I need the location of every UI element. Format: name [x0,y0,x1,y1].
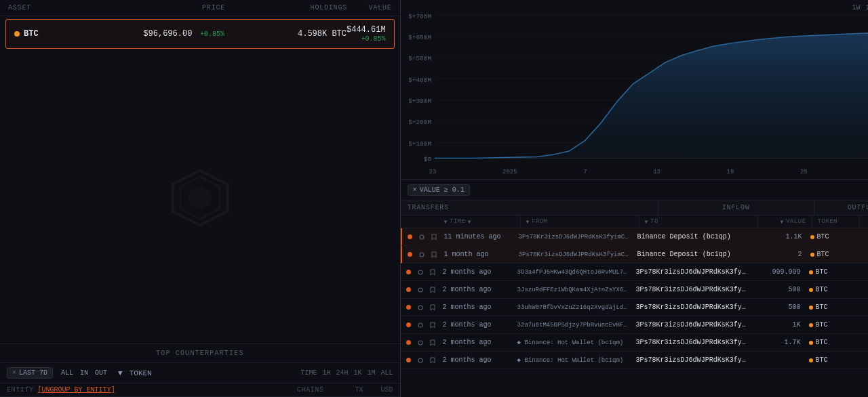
row-time: 2 months ago [439,321,513,329]
close-icon[interactable]: × [12,369,16,377]
filter-in[interactable]: IN [80,369,88,377]
last-7d-filter-chip[interactable]: × LAST 7D [7,367,53,379]
btc-price-col: $96,696.00 +0.85% [102,29,224,39]
chart-x-axis: 23 2025 7 13 19 25 Feb [409,167,868,175]
row-bookmark-col [427,304,439,311]
time-filter-1k[interactable]: 1K [354,369,362,377]
right-panel: 1W 1M 3M ALL $+700M $+600M $+500M $+400M… [401,0,868,397]
col-header-value: VALUE [347,4,392,12]
table-row[interactable]: 2 months ago 3D3a4fPJ5HKw43Qd6QHtoJ6RvMU… [401,264,868,281]
entity-label: ENTITY [7,386,34,394]
row-dot-col [401,287,414,292]
table-row[interactable]: 1 month ago 3Ps78Kr3izsDJ6dWJPRdKsK3fyim… [401,246,868,264]
btc-dot-icon [14,31,20,37]
status-dot-icon [406,287,411,292]
tsh-from[interactable]: ▼ FROM [520,215,639,228]
row-bookmark-col [427,269,439,276]
tx-label: TX [355,386,363,394]
bookmark-icon [431,234,437,241]
value-filter-chip[interactable]: × VALUE ≥ 0.1 [408,184,470,196]
table-row[interactable]: 2 months ago 32a7u8tM45GPSdjzy7PbRvuncEv… [401,316,868,334]
time-filter-time[interactable]: TIME [301,369,317,377]
filter-icon: ▼ [645,219,648,225]
token-label: BTC [817,233,829,241]
chart-time-controls: 1W 1M 3M ALL [852,4,868,12]
time-filter-1m[interactable]: 1M [368,369,376,377]
btc-holdings-col: 4.598K BTC [224,29,347,39]
sub-col-headers: ▼ TIME ▼ ▼ FROM ▼ TO ▼ VALUE TOKEN ▼ USD [401,215,868,228]
filter-icon: ▼ [781,219,784,225]
token-label: BTC [816,339,828,346]
row-token: BTC [806,251,854,258]
row-time: 11 minutes ago [440,233,515,241]
bottom-section: TOP COUNTERPARTIES × LAST 7D ALL IN OUT … [0,343,400,397]
filter-token-label: TOKEN [130,369,152,377]
tsh-time[interactable]: ▼ TIME ▼ [439,215,520,228]
row-time: 2 months ago [439,339,513,346]
row-to: 3Ps78Kr3izsDJ6dWJPRdKsK3fyimCY... [632,321,751,329]
col-header-holdings: HOLDINGS [225,4,347,12]
last-7d-label: LAST 7D [19,369,47,377]
row-usd: $198.72K [854,251,868,258]
close-value-filter-icon[interactable]: × [413,186,417,194]
filter-all[interactable]: ALL [61,369,73,377]
btc-value: $444.61M [347,25,386,35]
token-label: BTC [816,321,828,329]
time-filter-24h[interactable]: 24H [336,369,349,377]
row-value: 500 [751,304,805,311]
time-filter-1h[interactable]: 1H [323,369,331,377]
svg-text:$+700M: $+700M [409,14,431,20]
sort-icon: ▼ [468,219,471,225]
filter-row: × LAST 7D ALL IN OUT ▼ TOKEN TIME 1H 24H… [0,363,400,383]
row-dot-col [401,270,414,274]
svg-text:$+300M: $+300M [409,98,431,104]
row-from: 3Ps78Kr3izsDJ6dWJPRdKsK3fyimCY... [515,251,633,258]
tsh-value[interactable]: ▼ VALUE [757,215,812,228]
table-row[interactable]: 2 months ago 3JszuRdFFEz1WbQKam4XjAtnZsY… [401,281,868,299]
chain-icon [417,304,424,311]
row-chain-col [414,339,427,346]
bookmark-icon [430,304,435,311]
time-filter-all[interactable]: ALL [381,369,393,377]
tsh-usd[interactable]: ▼ USD [859,215,868,228]
tsh-dot [401,215,412,228]
row-chain-col [414,269,427,276]
row-dot-col [401,340,414,345]
chart-1w[interactable]: 1W [852,4,861,12]
row-to: 3Ps78Kr3izsDJ6dWJPRdKsK3fyimCY... [632,339,751,346]
row-chain-col [416,234,428,241]
x-label-2025: 2025 [502,169,517,175]
table-row[interactable]: 2 months ago ◆ Binance: Hot Wallet (bc1q… [401,334,868,352]
tsh-to[interactable]: ▼ TO [639,215,757,228]
brand-watermark-icon [170,167,231,228]
token-label: BTC [816,286,828,293]
bookmark-icon [431,251,437,258]
row-from: 3D3a4fPJ5HKw43Qd6QHtoJ6RvMUL7U... [513,269,632,276]
bookmark-icon [430,269,435,276]
chart-1m[interactable]: 1M [866,4,868,12]
svg-point-25 [418,341,422,345]
col-header-price: PRICE [103,4,225,12]
row-usd: $94.43M [852,356,868,364]
filter-icon: ▼ [526,219,530,225]
ungroup-by-entity-link[interactable]: [UNGROUP BY ENTITY] [38,386,115,394]
svg-point-24 [418,323,422,327]
bookmark-icon [430,287,435,293]
table-row[interactable]: 11 minutes ago 3Ps78Kr3izsDJ6dWJPRdKsK3f… [401,228,868,246]
table-row[interactable]: 2 months ago 33uhW878fbvVxZuZ216q2Xvgdaj… [401,299,868,316]
table-row[interactable]: 2 months ago ◆ Binance: Hot Wallet (bc1q… [401,352,868,369]
row-token: BTC [805,268,852,276]
row-usd: $106.37M [854,233,868,241]
filter-out[interactable]: OUT [95,369,107,377]
status-dot-icon [406,305,411,310]
btc-row[interactable]: BTC $96,696.00 +0.85% 4.598K BTC $444.61… [5,19,395,49]
row-bookmark-col [427,357,439,364]
row-bookmark-col [428,234,440,241]
th-inflow: INFLOW [658,201,814,215]
asset-table-header: ASSET PRICE HOLDINGS VALUE [0,0,400,16]
status-dot-icon [406,358,411,362]
row-to: 3Ps78Kr3izsDJ6dWJPRdKsK3fyimCY... [632,304,751,311]
row-value: 1.1K [752,233,806,241]
filter-icon: ▼ [444,219,448,225]
row-from: ◆ Binance: Hot Wallet (bc1qm) [513,339,632,346]
